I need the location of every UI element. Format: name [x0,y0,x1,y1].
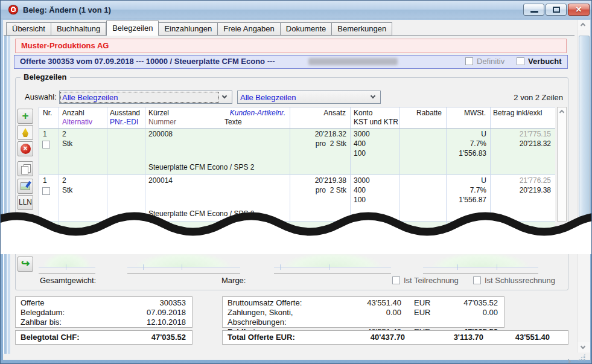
scroll-up-button[interactable] [578,20,590,30]
col-header-mwst: MWSt. [464,109,486,117]
definitiv-checkbox[interactable] [465,57,473,65]
row-konto: 3000 [354,130,370,138]
belegzeilen-legend: Belegzeilen [21,72,70,81]
totals-box: Bruttoumsatz Offerte: 43'551.40 EUR 47'0… [222,296,504,328]
total-mwst: 3'113.70 [405,331,483,344]
row-betrag-exkl: 20'219.38 [520,186,551,194]
total-netto: 40'437.70 [345,331,405,344]
company-banner: Muster-Produktions AG [15,39,567,53]
col-header-konto: Konto [354,109,372,117]
filter-primary-select[interactable]: Alle Belegzeilen [59,91,232,104]
gesamtgewicht-label: Gesamtgewicht: [40,276,96,285]
scroll-right-button[interactable] [567,355,570,364]
schlussrechnung-checkbox[interactable] [473,276,481,284]
image-button[interactable] [18,179,33,194]
teilrechnung-checkbox[interactable] [392,276,400,284]
copy-row-button[interactable] [18,161,33,176]
row-nummer: 200014 [148,176,173,185]
table-scrollbar[interactable] [557,107,567,222]
col-header-alternativ: Alternativ [62,118,92,126]
belegzeilen-table: Nr. Anzahl Alternativ Ausstand PNr.-EDI … [39,107,555,232]
redacted-text [308,58,398,65]
tab-bemerkungen[interactable]: Bemerkungen [332,22,392,36]
marge-label: Marge: [221,276,246,285]
col-header-anzahl: Anzahl [62,109,84,117]
col-header-nummer: Nummer [148,118,176,126]
titlebar[interactable]: Beleg: Ändern (1 von 1) [1,1,591,19]
offerte-number: 300353 [160,298,186,308]
image-icon [21,182,30,190]
total-offerte-box: Total Offerte EUR: 40'437.70 3'113.70 43… [222,330,568,345]
schlussrechnung-label: Ist Schlussrechnung [485,276,555,285]
verbucht-label: Verbucht [528,57,562,66]
chevron-down-icon[interactable] [368,91,379,103]
chevron-down-icon[interactable] [220,91,231,103]
filter-secondary-value: Alle Belegzeilen [239,92,367,102]
col-header-nr: Nr. [43,109,52,117]
delete-row-button[interactable]: × [18,141,33,156]
tab-einzahlungen[interactable]: Einzahlungen [159,22,218,36]
row-ansatz-pro: pro 2 Stk [316,139,346,148]
window-title: Beleg: Ändern (1 von 1) [23,5,111,14]
app-window: Beleg: Ändern (1 von 1) Übersicht Buchha… [0,0,592,364]
row-kst: 400 [354,186,366,194]
filter-secondary-select[interactable]: Alle Belegzeilen [237,91,381,104]
copy-icon [21,164,30,173]
scroll-down-icon [581,344,585,349]
transfer-button[interactable]: ↪ [18,257,33,272]
zahlbar-label: Zahlbar bis: [21,318,62,327]
maximize-button[interactable] [546,4,567,16]
currency-label: EUR [410,298,431,308]
maximize-icon [553,7,560,13]
scroll-down-button[interactable] [578,342,590,353]
row-mwst-code: U [481,130,486,138]
minimize-button[interactable] [523,4,544,16]
row-nr: 1 [43,176,47,185]
lln-button[interactable]: LLN [18,195,33,210]
tab-buchhaltung[interactable]: Buchhaltung [51,22,106,36]
row-beschreibung: Steuerplatte CFM Econo / SPS 2 [148,209,254,218]
scroll-up-icon[interactable] [559,110,564,115]
tab-belegzeilen[interactable]: Belegzeilen [106,21,159,36]
row-mwst-betrag: 1'556.83 [459,149,486,158]
close-button[interactable] [568,4,590,16]
row-betrag-inkl: 21'776.25 [520,176,551,185]
row-anzahl: 2 [62,130,66,138]
scrollbar-thumb[interactable] [579,36,590,217]
sparkline [127,249,240,273]
sparkline [423,249,538,273]
zahlungen-chf: 0.00 [431,308,498,327]
belegtotal-box: Belegtotal CHF:47'035.52 [15,330,193,345]
row-ansatz: 20'219.38 [315,176,346,185]
edit-row-button[interactable] [18,125,33,140]
verbucht-checkbox[interactable] [517,57,524,65]
belegtotal-label: Belegtotal CHF: [21,331,80,344]
row-beschreibung: Steuerplatte CFM Econo / SPS 2 [148,163,254,171]
tab-dokumente[interactable]: Dokumente [281,22,332,36]
add-row-button[interactable]: + [18,109,33,124]
row-nummer: 200008 [148,130,173,138]
row-checkbox[interactable] [42,141,50,148]
table-row[interactable]: 1 2 Stk 200014 Steuerplatte CFM Econo / … [39,174,555,221]
row-ansatz: 20'218.32 [315,130,346,138]
zahlungen-eur: 0.00 [349,308,410,327]
tab-bar: Übersicht Buchhaltung Belegzeilen Einzah… [6,21,392,36]
row-ktr: 100 [354,149,366,158]
teilrechnung-label: Ist Teilrechnung [404,276,459,285]
pen-icon [22,128,28,137]
decorative-stripe [3,36,12,354]
tab-freie-angaben[interactable]: Freie Angaben [218,22,281,36]
transfer-arrow-icon: ↪ [18,257,33,270]
row-einheit: Stk [62,186,72,194]
minimize-icon [530,11,538,13]
table-row[interactable]: 1 2 Stk 200008 Steuerplatte CFM Econo / … [39,128,555,174]
auswahl-label: Auswahl: [25,92,57,101]
window-scrollbar[interactable] [577,20,590,353]
row-mwst-satz: 7.7% [470,139,486,148]
row-ansatz-pro: pro 2 Stk [316,186,346,194]
col-header-kuerzel: Kürzel [148,109,169,117]
row-ktr: 100 [354,196,366,204]
row-checkbox[interactable] [42,187,50,195]
col-header-kunden-artikelnr: Kunden-Artikelnr. [230,109,285,117]
tab-uebersicht[interactable]: Übersicht [6,22,51,36]
